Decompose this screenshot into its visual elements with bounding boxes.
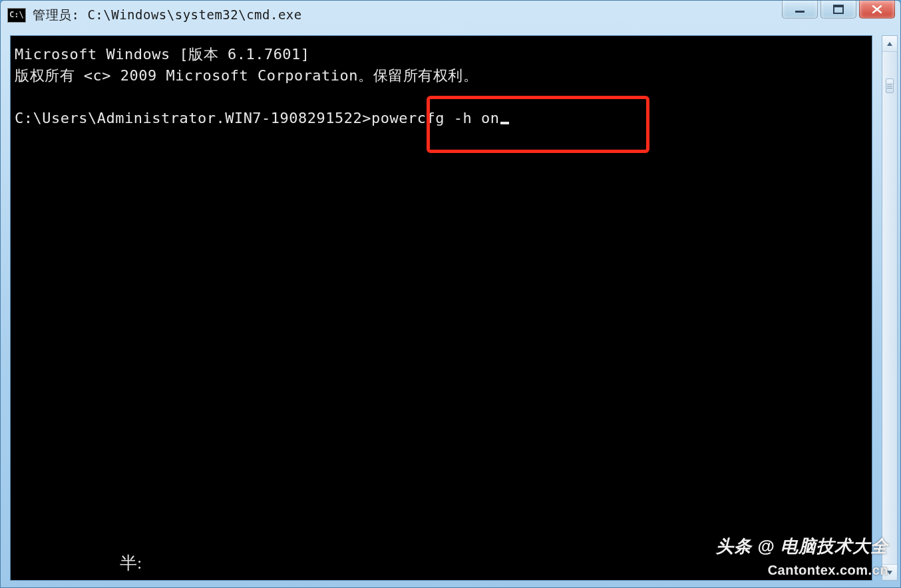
maximize-button[interactable] — [820, 1, 856, 19]
close-icon — [872, 5, 882, 14]
console-output: Microsoft Windows [版本 6.1.7601] 版权所有 <c>… — [11, 36, 872, 129]
window-controls — [782, 1, 895, 19]
watermark-name: 电脑技术大全 — [781, 536, 888, 556]
console-prompt: C:\Users\Administrator.WIN7-1908291522> — [15, 110, 371, 126]
scroll-grip-icon[interactable] — [886, 78, 894, 93]
minimize-icon — [794, 5, 806, 13]
watermark-at: @ — [757, 536, 775, 556]
maximize-icon — [833, 5, 844, 14]
chevron-up-icon — [886, 41, 893, 47]
cmd-window: C:\ 管理员: C:\Windows\system32\cmd.exe Mic… — [0, 0, 901, 588]
svg-rect-0 — [795, 11, 805, 13]
svg-rect-2 — [834, 5, 843, 7]
console-bottom-fragment: 半: — [120, 551, 142, 575]
console-line-version: Microsoft Windows [版本 6.1.7601] — [15, 46, 310, 63]
console-command: powercfg -h on — [371, 110, 499, 126]
window-title: 管理员: C:\Windows\system32\cmd.exe — [33, 7, 302, 24]
scroll-up-button[interactable] — [882, 36, 897, 52]
watermark-brand: 头条 @ 电脑技术大全 — [716, 535, 888, 558]
text-cursor — [500, 122, 509, 124]
cmd-app-icon: C:\ — [7, 8, 26, 23]
title-bar[interactable]: C:\ 管理员: C:\Windows\system32\cmd.exe — [1, 1, 900, 30]
watermark-prefix: 头条 — [716, 536, 752, 556]
vertical-scrollbar[interactable] — [882, 35, 898, 581]
watermark-url: Cantontex.com.cn — [768, 563, 888, 578]
console-line-copyright: 版权所有 <c> 2009 Microsoft Corporation。保留所有… — [15, 67, 478, 84]
console-area[interactable]: Microsoft Windows [版本 6.1.7601] 版权所有 <c>… — [10, 35, 872, 581]
close-button[interactable] — [859, 1, 895, 19]
minimize-button[interactable] — [782, 1, 818, 19]
